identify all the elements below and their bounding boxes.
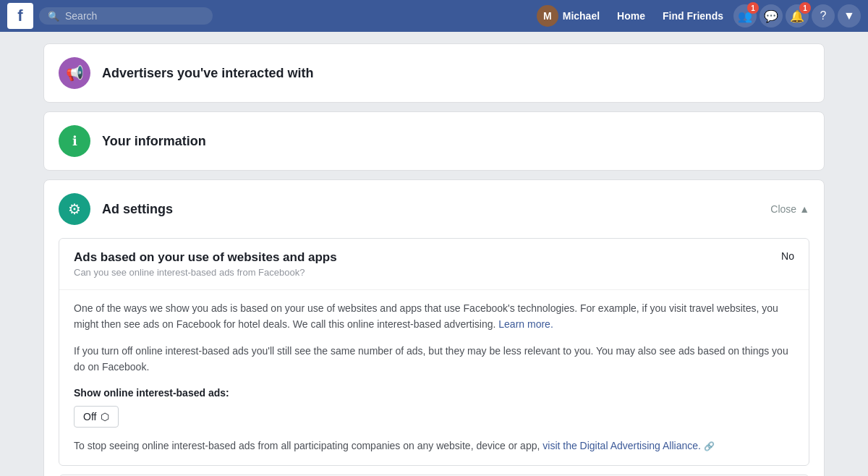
dropdown-icon: ▼ — [843, 9, 855, 22]
notifications-badge: 1 — [799, 2, 811, 14]
home-label: Home — [617, 10, 645, 22]
advertisers-icon-circle: 📢 — [59, 57, 90, 89]
search-icon: 🔍 — [48, 11, 59, 22]
websites-apps-status: No — [781, 250, 794, 262]
help-icon: ? — [820, 9, 827, 22]
footer-text: To stop seeing online interest-based ads… — [74, 438, 794, 454]
websites-apps-subtitle: Can you see online interest-based ads fr… — [74, 267, 337, 278]
websites-apps-sub-card: Ads based on your use of websites and ap… — [59, 238, 809, 466]
page-content: 📢 Advertisers you've interacted with ℹ Y… — [0, 32, 868, 476]
nav-right: M Michael Home Find Friends 👥 1 💬 🔔 1 ? … — [529, 1, 861, 31]
advertisers-section-header[interactable]: 📢 Advertisers you've interacted with — [44, 44, 824, 102]
messages-icon: 💬 — [764, 9, 778, 23]
ad-settings-title: Ad settings — [102, 202, 173, 217]
websites-apps-body: One of the ways we show you ads is based… — [59, 289, 809, 465]
ad-settings-expanded-content: Ads based on your use of websites and ap… — [44, 238, 824, 476]
dropdown-button[interactable]: ▼ — [838, 4, 861, 27]
advertisers-icon: 📢 — [66, 64, 84, 82]
advertisers-section: 📢 Advertisers you've interacted with — [43, 43, 825, 103]
websites-apps-paragraph-2: If you turn off online interest-based ad… — [74, 343, 794, 375]
search-bar[interactable]: 🔍 — [39, 7, 213, 25]
search-input[interactable] — [65, 10, 195, 22]
websites-apps-header: Ads based on your use of websites and ap… — [59, 239, 809, 289]
home-nav[interactable]: Home — [610, 6, 652, 26]
facebook-logo[interactable]: f — [7, 3, 33, 29]
interest-ads-dropdown[interactable]: Off ⬡ — [74, 406, 119, 428]
ad-settings-icon-circle: ⚙ — [59, 193, 90, 225]
websites-apps-header-text: Ads based on your use of websites and ap… — [74, 250, 337, 278]
show-interest-ads-label: Show online interest-based ads: — [74, 387, 794, 399]
ad-settings-section-header[interactable]: ⚙ Ad settings Close ▲ — [44, 180, 824, 238]
external-link-icon: 🔗 — [704, 441, 715, 451]
websites-apps-paragraph-1: One of the ways we show you ads is based… — [74, 300, 794, 333]
avatar: M — [537, 5, 558, 27]
digital-advertising-alliance-link[interactable]: visit the Digital Advertising Alliance. — [542, 440, 701, 451]
messages-button[interactable]: 💬 — [760, 4, 783, 27]
help-button[interactable]: ? — [812, 4, 835, 27]
advertisers-title: Advertisers you've interacted with — [102, 66, 313, 81]
learn-more-link[interactable]: Learn more. — [498, 318, 553, 330]
dropdown-value: Off — [83, 411, 96, 422]
your-information-icon-circle: ℹ — [59, 125, 90, 157]
top-navbar: f 🔍 M Michael Home Find Friends 👥 1 💬 🔔 … — [0, 0, 868, 32]
your-information-section-header[interactable]: ℹ Your information — [44, 112, 824, 170]
websites-apps-title: Ads based on your use of websites and ap… — [74, 250, 337, 265]
chevron-up-icon: ▲ — [799, 203, 809, 215]
friend-requests-button[interactable]: 👥 1 — [733, 4, 757, 27]
username-label: Michael — [563, 10, 600, 22]
find-friends-label: Find Friends — [663, 10, 723, 22]
friend-requests-badge: 1 — [747, 2, 759, 14]
close-button[interactable]: Close ▲ — [770, 203, 809, 215]
ad-settings-section: ⚙ Ad settings Close ▲ Ads based on your … — [43, 179, 825, 476]
find-friends-nav[interactable]: Find Friends — [655, 6, 731, 26]
your-information-icon: ℹ — [72, 133, 77, 149]
ad-settings-icon: ⚙ — [68, 200, 81, 218]
notifications-button[interactable]: 🔔 1 — [786, 4, 809, 27]
user-profile-nav[interactable]: M Michael — [529, 1, 607, 31]
close-label: Close — [770, 203, 796, 215]
your-information-title: Your information — [102, 134, 206, 149]
dropdown-chevron-icon: ⬡ — [101, 411, 109, 422]
your-information-section: ℹ Your information — [43, 111, 825, 171]
